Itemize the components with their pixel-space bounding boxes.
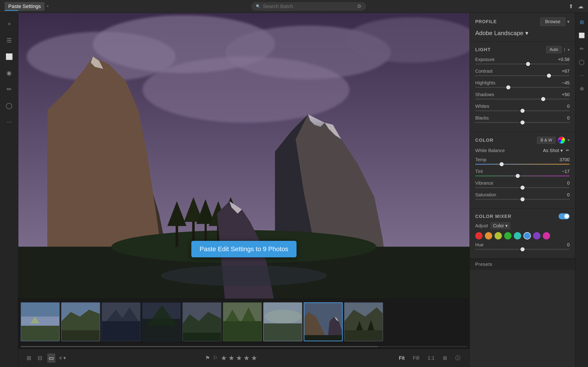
star-3[interactable]: ★ [236, 354, 242, 362]
grid-view-icon[interactable]: ⊞ [25, 353, 33, 363]
light-expand-icon[interactable]: ▾ [568, 47, 570, 52]
sort-button[interactable]: ≡ ▾ [59, 355, 66, 361]
paste-tooltip[interactable]: Paste Edit Settings to 9 Photos [191, 241, 296, 257]
whites-thumb[interactable] [520, 109, 525, 113]
filter-icon[interactable]: ⚙ [357, 3, 362, 9]
list-item[interactable] [21, 302, 60, 341]
right-panel-adjust-icon[interactable]: ⊞ [578, 17, 586, 27]
adjust-select[interactable]: Color ▾ [490, 222, 510, 229]
blacks-thumb[interactable] [520, 120, 525, 125]
right-panel-tag-icon[interactable]: ⊕ [578, 84, 586, 94]
sidebar-more-icon[interactable]: ··· [4, 116, 14, 128]
color-dot-green[interactable] [504, 232, 511, 240]
highlights-thumb[interactable] [506, 85, 510, 90]
temp-slider[interactable] [475, 164, 570, 165]
exposure-thumb[interactable] [526, 62, 530, 66]
single-view-icon[interactable]: ▭ [47, 353, 55, 363]
sidebar-heal-icon[interactable]: ◉ [4, 67, 14, 79]
color-mixer-header: COLOR MIXER [475, 213, 570, 219]
sidebar-grid-icon[interactable]: ☰ [4, 35, 14, 46]
list-item[interactable] [102, 302, 141, 341]
profile-label: PROFILE [475, 19, 497, 24]
temp-thumb[interactable] [500, 162, 504, 166]
flag-empty-icon[interactable]: ⚐ [213, 355, 218, 361]
wb-select[interactable]: As Shot ▾ [543, 148, 563, 153]
highlights-label: Highlights [475, 80, 495, 85]
tint-thumb[interactable] [516, 174, 520, 178]
sidebar-brush-icon[interactable]: ✏ [4, 83, 14, 95]
star-5[interactable]: ★ [251, 354, 257, 362]
saturation-thumb[interactable] [520, 197, 525, 201]
presets-bar: Presets [470, 259, 575, 270]
color-dot-purple[interactable] [533, 232, 540, 240]
svg-rect-29 [21, 323, 60, 341]
zoom-fill-button[interactable]: Fill [410, 354, 422, 362]
color-expand-icon[interactable]: ▾ [568, 138, 570, 143]
contrast-slider[interactable] [475, 75, 570, 76]
color-dot-magenta[interactable] [543, 232, 550, 240]
contrast-thumb[interactable] [547, 74, 551, 78]
color-dot-cyan[interactable] [514, 232, 521, 240]
search-input-wrap: 🔍 ⚙ [251, 2, 366, 11]
flag-filled-icon[interactable]: ⚑ [205, 355, 210, 361]
color-dot-blue[interactable] [523, 232, 531, 240]
browse-button[interactable]: Browse [540, 17, 565, 26]
square-view-icon[interactable]: ⊟ [36, 353, 44, 363]
vibrance-slider[interactable] [475, 187, 570, 188]
right-panel-select-icon[interactable]: ◯ [577, 57, 586, 67]
hue-thumb[interactable] [520, 247, 525, 251]
right-panel-heal-icon[interactable]: ✏ [578, 44, 586, 54]
blacks-slider[interactable] [475, 122, 570, 123]
hue-slider-row: Hue 0 [475, 242, 570, 250]
sidebar-crop-icon[interactable]: ⬜ [3, 51, 15, 63]
exposure-slider[interactable] [475, 64, 570, 65]
star-1[interactable]: ★ [221, 354, 227, 362]
list-item[interactable] [344, 302, 383, 341]
color-dot-orange[interactable] [485, 232, 492, 240]
list-item[interactable] [182, 302, 221, 341]
saturation-value: 0 [567, 192, 570, 198]
profile-name-selector[interactable]: Adobe Landscape ▾ [475, 30, 570, 37]
zoom-fit-button[interactable]: Fit [397, 354, 407, 362]
star-4[interactable]: ★ [243, 354, 250, 362]
shadows-thumb[interactable] [541, 97, 545, 101]
star-rating[interactable]: ★ ★ ★ ★ ★ [221, 354, 257, 362]
list-item[interactable] [223, 302, 262, 341]
shadows-slider[interactable] [475, 99, 570, 100]
color-mixer-toggle[interactable] [559, 213, 570, 219]
highlights-slider[interactable] [475, 87, 570, 88]
list-item[interactable] [263, 302, 302, 341]
filmstrip-scrollbar[interactable] [18, 344, 469, 349]
tab-close[interactable]: × [46, 4, 49, 9]
list-item[interactable] [304, 302, 343, 341]
right-panel-more-icon[interactable]: ··· [578, 71, 586, 80]
color-dot-red[interactable] [475, 232, 483, 240]
list-item[interactable] [61, 302, 100, 341]
profile-dropdown-icon[interactable]: ▾ [567, 19, 570, 25]
tint-slider[interactable] [475, 175, 570, 176]
cloud-icon[interactable]: ☁ [578, 3, 583, 10]
svg-rect-30 [21, 317, 60, 326]
whites-slider[interactable] [475, 110, 570, 111]
info-icon[interactable]: ⓘ [453, 353, 463, 363]
bw-button[interactable]: B & W [537, 137, 556, 144]
vibrance-thumb[interactable] [520, 186, 525, 190]
sidebar-add-icon[interactable]: ＋ [4, 17, 15, 30]
light-curve-icon[interactable]: ⌇ [563, 47, 566, 52]
light-auto-button[interactable]: Auto [546, 46, 562, 53]
color-wheel-button[interactable] [558, 136, 565, 144]
paste-settings-tab[interactable]: Paste Settings [5, 2, 44, 11]
hue-slider[interactable] [475, 249, 570, 250]
compare-icon[interactable]: ⊞ [441, 354, 449, 362]
sidebar-radial-icon[interactable]: ◯ [3, 100, 15, 111]
eyedropper-icon[interactable]: ✒ [565, 148, 570, 153]
search-input[interactable] [263, 3, 355, 9]
right-panel-crop-icon[interactable]: ⬜ [577, 31, 587, 40]
list-item[interactable] [142, 302, 181, 341]
zoom-1to1-button[interactable]: 1:1 [425, 354, 437, 362]
star-2[interactable]: ★ [228, 354, 234, 362]
upload-icon[interactable]: ⬆ [569, 3, 573, 10]
tint-slider-row: Tint −17 [475, 169, 570, 176]
color-dot-yellow[interactable] [494, 232, 502, 240]
saturation-slider[interactable] [475, 199, 570, 200]
